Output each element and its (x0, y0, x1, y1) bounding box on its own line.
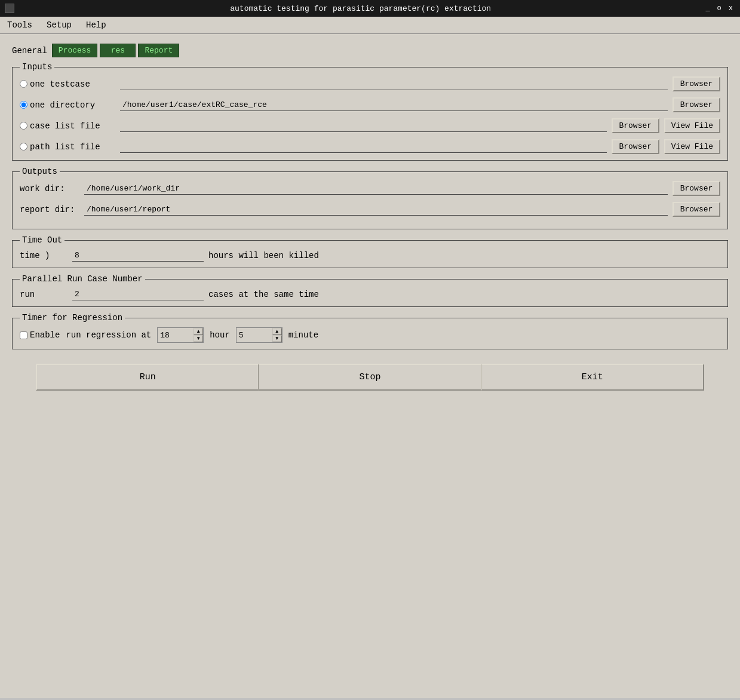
maximize-button[interactable]: o (715, 4, 724, 13)
hour-spinner-wrap: ▲ ▼ (157, 327, 204, 343)
enable-label: Enable (20, 330, 60, 340)
one-testcase-browser-btn[interactable]: Browser (673, 76, 720, 91)
case-list-label: case list file (20, 121, 115, 131)
tab-row: General Process res Report (12, 44, 728, 57)
timeout-label: time ) (20, 251, 67, 260)
path-list-input[interactable] (120, 141, 607, 153)
parallel-row: run cases at the same time (20, 288, 720, 300)
timeout-row: time ) hours will been killed (20, 250, 720, 262)
timeout-section: Time Out time ) hours will been killed (12, 235, 728, 268)
work-dir-input[interactable] (84, 183, 668, 195)
menu-tools[interactable]: Tools (5, 19, 35, 31)
path-list-radio[interactable] (20, 143, 27, 151)
timeout-legend: Time Out (20, 235, 65, 245)
parallel-label: run (20, 290, 67, 299)
menu-help[interactable]: Help (84, 19, 109, 31)
parallel-desc: cases at the same time (208, 290, 319, 299)
report-dir-row: report dir: Browser (20, 202, 720, 217)
stop-button[interactable]: Stop (259, 364, 481, 391)
timer-legend: Timer for Regression (20, 313, 125, 323)
menu-bar: Tools Setup Help (0, 17, 740, 34)
one-testcase-radio[interactable] (20, 80, 27, 88)
window-title: automatic testing for parasitic paramete… (18, 4, 703, 13)
one-directory-label: one directory (20, 100, 115, 110)
exit-button[interactable]: Exit (481, 364, 704, 391)
inputs-section: Inputs one testcase Browser one director… (12, 62, 728, 161)
inputs-legend: Inputs (20, 62, 54, 72)
close-button[interactable]: x (726, 4, 735, 13)
timeout-input[interactable] (72, 250, 204, 262)
minute-down-btn[interactable]: ▼ (272, 335, 282, 342)
tab-process-button[interactable]: Process (52, 44, 98, 57)
case-list-radio[interactable] (20, 122, 27, 130)
bottom-buttons: Run Stop Exit (12, 364, 728, 391)
path-list-label: path list file (20, 142, 115, 152)
tab-report-button[interactable]: Report (138, 44, 179, 57)
case-list-browser-btn[interactable]: Browser (612, 118, 659, 133)
work-dir-row: work dir: Browser (20, 181, 720, 196)
hour-up-btn[interactable]: ▲ (194, 328, 203, 335)
outputs-legend: Outputs (20, 167, 60, 176)
minimize-button[interactable]: _ (703, 4, 712, 13)
timeout-desc: hours will been killed (208, 251, 319, 260)
report-dir-label: report dir: (20, 205, 79, 214)
one-directory-row: one directory Browser (20, 97, 720, 112)
one-directory-browser-btn[interactable]: Browser (673, 97, 720, 112)
hour-spinner-buttons: ▲ ▼ (194, 328, 203, 342)
parallel-legend: Parallel Run Case Number (20, 274, 145, 284)
run-regression-label: run regression at (66, 330, 151, 340)
timer-row: Enable run regression at ▲ ▼ hour ▲ ▼ mi… (20, 327, 720, 343)
title-bar: automatic testing for parasitic paramete… (0, 0, 740, 17)
window-controls: _ o x (703, 4, 735, 13)
case-list-input[interactable] (120, 120, 607, 132)
one-directory-radio[interactable] (20, 101, 27, 109)
timer-section: Timer for Regression Enable run regressi… (12, 313, 728, 349)
tab-res-button[interactable]: res (100, 44, 136, 57)
app-icon (5, 4, 14, 13)
minute-spinner-buttons: ▲ ▼ (272, 328, 282, 342)
parallel-input[interactable] (72, 288, 204, 300)
minute-up-btn[interactable]: ▲ (272, 328, 282, 335)
report-dir-browser-btn[interactable]: Browser (673, 202, 720, 217)
minute-spinner-wrap: ▲ ▼ (236, 327, 283, 343)
minute-input[interactable] (237, 330, 272, 341)
work-dir-label: work dir: (20, 184, 79, 194)
enable-checkbox[interactable] (20, 331, 27, 339)
case-list-view-btn[interactable]: View File (664, 118, 720, 133)
one-directory-input[interactable] (120, 99, 668, 111)
minute-label: minute (288, 330, 318, 340)
one-testcase-input[interactable] (120, 78, 668, 90)
path-list-view-btn[interactable]: View File (664, 139, 720, 154)
one-testcase-label: one testcase (20, 79, 115, 89)
run-button[interactable]: Run (36, 364, 259, 391)
path-list-browser-btn[interactable]: Browser (612, 139, 659, 154)
outputs-section: Outputs work dir: Browser report dir: Br… (12, 167, 728, 229)
report-dir-input[interactable] (84, 204, 668, 216)
case-list-row: case list file Browser View File (20, 118, 720, 133)
main-content: General Process res Report Inputs one te… (0, 34, 740, 698)
hour-input[interactable] (158, 330, 194, 341)
hour-down-btn[interactable]: ▼ (194, 335, 203, 342)
parallel-section: Parallel Run Case Number run cases at th… (12, 274, 728, 307)
general-tab-label: General (12, 46, 47, 56)
path-list-row: path list file Browser View File (20, 139, 720, 154)
hour-label: hour (210, 330, 230, 340)
one-testcase-row: one testcase Browser (20, 76, 720, 91)
menu-setup[interactable]: Setup (44, 19, 74, 31)
work-dir-browser-btn[interactable]: Browser (673, 181, 720, 196)
